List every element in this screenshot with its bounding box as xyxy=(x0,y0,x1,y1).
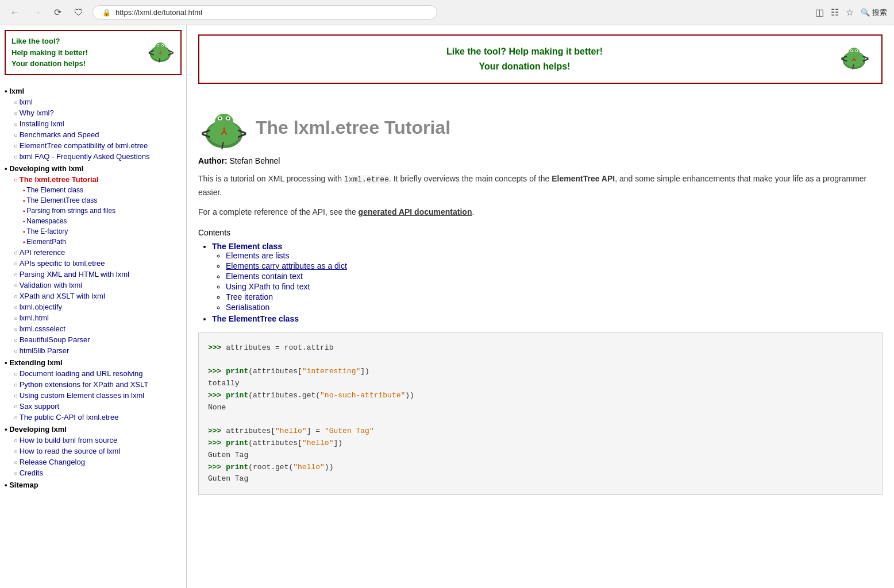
code-inline-lxml: lxml.etree xyxy=(344,175,389,184)
svg-point-5 xyxy=(157,45,159,46)
sidebar-item-validation[interactable]: Validation with lxml xyxy=(0,280,186,291)
sidebar-item-apis-specific[interactable]: APIs specific to lxml.etree xyxy=(0,258,186,269)
contents-subitem-serial: Serialisation xyxy=(226,303,883,312)
search-label: 搜索 xyxy=(872,7,887,18)
main-content: Like the tool? Help making it better! Yo… xyxy=(187,25,894,588)
extensions-icon[interactable]: ◫ xyxy=(815,7,824,18)
sidebar-subitem-element-class[interactable]: The Element class xyxy=(0,185,186,195)
svg-point-31 xyxy=(219,117,221,119)
code-line-2: >>> print(attributes["interesting"]) xyxy=(208,366,873,378)
bookmark-icon[interactable]: ☆ xyxy=(846,7,854,18)
contents-link-element-class[interactable]: The Element class xyxy=(212,242,282,251)
contents-label: Contents xyxy=(198,228,883,237)
svg-point-32 xyxy=(227,117,229,119)
contents-subitem-elements-attrs: Elements carry attributes as a dict xyxy=(226,261,883,270)
contents-item-element-class: The Element class Elements are lists Ele… xyxy=(212,242,883,312)
sidebar-item-faq[interactable]: lxml FAQ - Frequently Asked Questions xyxy=(0,151,186,162)
sidebar-item-beautifulsoup[interactable]: BeautifulSoup Parser xyxy=(0,334,186,345)
sidebar-item-objectify[interactable]: lxml.objectify xyxy=(0,301,186,312)
contents-subitem-elements-text: Elements contain text xyxy=(226,272,883,281)
browser-search[interactable]: 🔍 搜索 xyxy=(861,7,887,18)
sidebar-item-lxml[interactable]: lxml xyxy=(0,96,186,107)
contents-item-elementtree-class: The ElementTree class xyxy=(212,314,883,323)
code-line-7-output: Guten Tag xyxy=(208,473,873,485)
page-wrapper: Like the tool? Help making it better! Yo… xyxy=(0,25,894,588)
sidebar-item-api-ref[interactable]: API reference xyxy=(0,247,186,258)
contents-link-xpath-text[interactable]: Using XPath to find text xyxy=(226,282,310,291)
sidebar-item-release[interactable]: Release Changelog xyxy=(0,457,186,467)
sidebar-subitem-elementpath[interactable]: ElementPath xyxy=(0,237,186,247)
svg-point-28 xyxy=(215,114,233,130)
sidebar-item-sax[interactable]: Sax support xyxy=(0,401,186,412)
contents-subitem-xpath-text: Using XPath to find text xyxy=(226,282,883,291)
nav-section-dev-lxml: Developing lxml xyxy=(0,423,186,435)
sidebar-item-html5lib[interactable]: html5lib Parser xyxy=(0,345,186,356)
reload-button[interactable]: ⟳ xyxy=(51,5,65,20)
nav-section-developing: Developing with lxml xyxy=(0,162,186,174)
sidebar-item-xpath-xslt[interactable]: XPath and XSLT with lxml xyxy=(0,291,186,301)
sidebar-nav: lxml lxml Why lxml? Installing lxml Benc… xyxy=(0,80,186,495)
sidebar-item-credits[interactable]: Credits xyxy=(0,467,186,478)
contents-link-serial[interactable]: Serialisation xyxy=(226,303,269,312)
sidebar-item-compat[interactable]: ElementTree compatibility of lxml.etree xyxy=(0,140,186,151)
contents-link-elements-lists[interactable]: Elements are lists xyxy=(226,251,289,260)
back-button[interactable]: ← xyxy=(7,5,23,20)
main-donation-text: Like the tool? Help making it better! Yo… xyxy=(211,44,838,74)
intro-paragraph-2: For a complete reference of the API, see… xyxy=(198,206,883,218)
sidebar-item-python-ext[interactable]: Python extensions for XPath and XSLT xyxy=(0,379,186,390)
sidebar-item-cssselect[interactable]: lxml.cssselect xyxy=(0,323,186,334)
contents-link-elements-attrs[interactable]: Elements carry attributes as a dict xyxy=(226,261,347,270)
main-donation-banner[interactable]: Like the tool? Help making it better! Yo… xyxy=(198,34,883,84)
browser-chrome: ← → ⟳ 🛡 🔒 https://lxml.de/tutorial.html … xyxy=(0,0,894,25)
sidebar-item-custom-element[interactable]: Using custom Element classes in lxml xyxy=(0,390,186,401)
code-line-blank-2 xyxy=(208,413,873,425)
snake-logo-sidebar: < > / xyxy=(146,38,175,67)
contents-subitem-tree-iter: Tree iteration xyxy=(226,292,883,301)
sidebar-subitem-elementtree-class[interactable]: The ElementTree class xyxy=(0,195,186,206)
sidebar-subitem-efactory[interactable]: The E-factory xyxy=(0,226,186,237)
svg-text:<: < xyxy=(841,52,847,65)
shield-icon: 🛡 xyxy=(71,5,87,20)
contents-section: Contents The Element class Elements are … xyxy=(198,228,883,323)
code-line-7: >>> print(root.get("hello")) xyxy=(208,462,873,474)
contents-link-elements-text[interactable]: Elements contain text xyxy=(226,272,303,281)
api-doc-link[interactable]: generated API documentation xyxy=(359,207,472,216)
svg-text:>: > xyxy=(862,52,869,65)
nav-section-extending: Extending lxml xyxy=(0,356,186,368)
forward-button[interactable]: → xyxy=(29,5,45,20)
sidebar: Like the tool? Help making it better! Yo… xyxy=(0,25,187,588)
sidebar-item-installing[interactable]: Installing lxml xyxy=(0,118,186,129)
code-line-blank-1 xyxy=(208,354,873,366)
sidebar-donation-banner[interactable]: Like the tool? Help making it better! Yo… xyxy=(5,30,182,75)
reader-icon[interactable]: ☷ xyxy=(831,7,839,18)
sidebar-item-parsing-xml[interactable]: Parsing XML and HTML with lxml xyxy=(0,269,186,280)
content-body: Author: Stefan Behnel This is a tutorial… xyxy=(187,156,894,506)
tutorial-title: The lxml.etree Tutorial xyxy=(256,117,450,138)
author-line: Author: Stefan Behnel xyxy=(198,156,883,165)
intro-paragraph-1: This is a tutorial on XML processing wit… xyxy=(198,172,883,199)
sidebar-item-read-source[interactable]: How to read the source of lxml xyxy=(0,446,186,457)
code-prompt: >>> xyxy=(208,343,226,352)
code-line-6: >>> print(attributes["hello"]) xyxy=(208,438,873,450)
browser-right-icons: ◫ ☷ ☆ 🔍 搜索 xyxy=(815,7,887,18)
sidebar-item-c-api[interactable]: The public C-API of lxml.etree xyxy=(0,412,186,423)
code-block: >>> attributes = root.attrib >>> print(a… xyxy=(198,332,883,496)
search-icon: 🔍 xyxy=(861,8,870,17)
contents-link-elementtree-class[interactable]: The ElementTree class xyxy=(212,314,299,323)
sidebar-item-why-lxml[interactable]: Why lxml? xyxy=(0,107,186,118)
address-bar[interactable]: 🔒 https://lxml.de/tutorial.html xyxy=(93,5,437,20)
sidebar-item-html[interactable]: lxml.html xyxy=(0,312,186,323)
sidebar-item-build-source[interactable]: How to build lxml from source xyxy=(0,435,186,446)
code-line-6-output: Guten Tag xyxy=(208,450,873,462)
code-line-4-output: None xyxy=(208,402,873,414)
sidebar-subitem-parsing[interactable]: Parsing from strings and files xyxy=(0,206,186,216)
code-line-3-output: totally xyxy=(208,378,873,390)
sidebar-subitem-namespaces[interactable]: Namespaces xyxy=(0,216,186,226)
sidebar-item-tutorial[interactable]: The lxml.etree Tutorial xyxy=(0,174,186,185)
nav-section-lxml: lxml xyxy=(0,84,186,96)
contents-link-tree-iter[interactable]: Tree iteration xyxy=(226,292,273,301)
url-text: https://lxml.de/tutorial.html xyxy=(115,8,202,17)
sidebar-item-doc-loading[interactable]: Document loading and URL resolving xyxy=(0,368,186,379)
author-label: Author: xyxy=(198,156,228,165)
sidebar-item-benchmarks[interactable]: Benchmarks and Speed xyxy=(0,129,186,140)
